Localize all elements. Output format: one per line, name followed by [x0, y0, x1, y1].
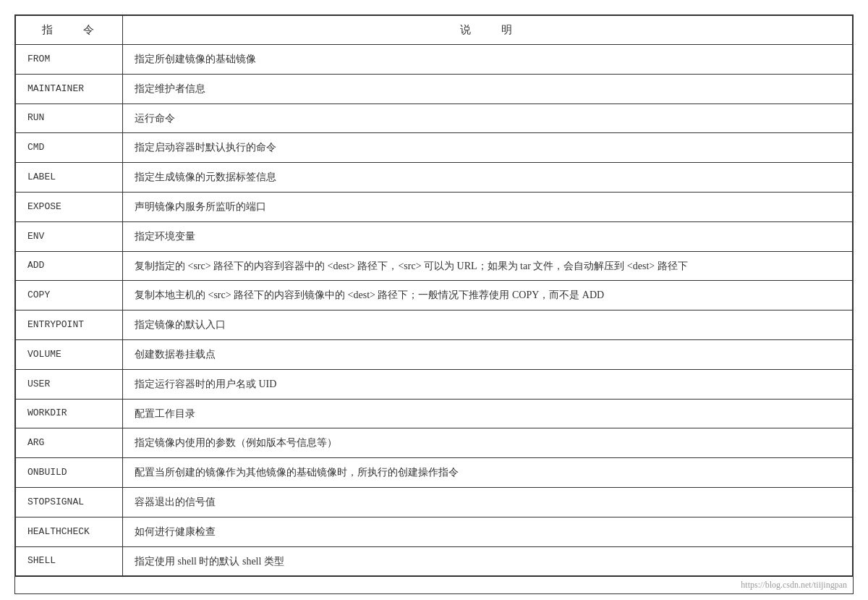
command-cell: STOPSIGNAL: [16, 487, 123, 517]
description-cell: 指定所创建镜像的基础镜像: [123, 45, 853, 75]
description-cell: 指定使用 shell 时的默认 shell 类型: [123, 546, 853, 576]
command-cell: ENV: [16, 221, 123, 251]
command-cell: USER: [16, 369, 123, 399]
col-header-command: 指 令: [16, 16, 123, 45]
command-cell: VOLUME: [16, 339, 123, 369]
command-cell: RUN: [16, 103, 123, 133]
command-cell: ONBUILD: [16, 458, 123, 488]
description-cell: 配置工作目录: [123, 399, 853, 428]
command-cell: ARG: [16, 428, 123, 458]
command-cell: ENTRYPOINT: [16, 310, 123, 340]
table-row: MAINTAINER指定维护者信息: [16, 74, 853, 103]
watermark: https://blog.csdn.net/tiijingpan: [15, 576, 853, 593]
description-cell: 复制指定的 <src> 路径下的内容到容器中的 <dest> 路径下，<src>…: [123, 251, 853, 281]
description-cell: 如何进行健康检查: [123, 517, 853, 546]
command-cell: FROM: [16, 45, 123, 75]
table-row: VOLUME创建数据卷挂载点: [16, 339, 853, 369]
table-row: WORKDIR配置工作目录: [16, 399, 853, 428]
description-cell: 配置当所创建的镜像作为其他镜像的基础镜像时，所执行的创建操作指令: [123, 458, 853, 488]
description-cell: 指定运行容器时的用户名或 UID: [123, 369, 853, 399]
description-cell: 容器退出的信号值: [123, 487, 853, 517]
description-cell: 指定镜像内使用的参数（例如版本号信息等）: [123, 428, 853, 458]
table-row: ARG指定镜像内使用的参数（例如版本号信息等）: [16, 428, 853, 458]
command-cell: HEALTHCHECK: [16, 517, 123, 546]
dockerfile-reference-table: 指 令 说 明 FROM指定所创建镜像的基础镜像MAINTAINER指定维护者信…: [14, 14, 854, 594]
table-row: ENV指定环境变量: [16, 221, 853, 251]
col-header-description: 说 明: [123, 16, 853, 45]
table-row: EXPOSE声明镜像内服务所监听的端口: [16, 192, 853, 221]
command-cell: CMD: [16, 133, 123, 163]
command-cell: MAINTAINER: [16, 74, 123, 103]
table-row: HEALTHCHECK如何进行健康检查: [16, 517, 853, 546]
table-row: ADD复制指定的 <src> 路径下的内容到容器中的 <dest> 路径下，<s…: [16, 251, 853, 281]
description-cell: 指定生成镜像的元数据标签信息: [123, 163, 853, 193]
description-cell: 复制本地主机的 <src> 路径下的内容到镜像中的 <dest> 路径下；一般情…: [123, 281, 853, 310]
command-cell: LABEL: [16, 163, 123, 193]
table-row: ENTRYPOINT指定镜像的默认入口: [16, 310, 853, 340]
description-cell: 指定环境变量: [123, 221, 853, 251]
table-row: RUN运行命令: [16, 103, 853, 133]
table-row: USER指定运行容器时的用户名或 UID: [16, 369, 853, 399]
table-row: SHELL指定使用 shell 时的默认 shell 类型: [16, 546, 853, 576]
table-row: STOPSIGNAL容器退出的信号值: [16, 487, 853, 517]
command-cell: COPY: [16, 281, 123, 310]
description-cell: 指定镜像的默认入口: [123, 310, 853, 340]
table-row: ONBUILD配置当所创建的镜像作为其他镜像的基础镜像时，所执行的创建操作指令: [16, 458, 853, 488]
command-cell: EXPOSE: [16, 192, 123, 221]
table-row: COPY复制本地主机的 <src> 路径下的内容到镜像中的 <dest> 路径下…: [16, 281, 853, 310]
command-cell: WORKDIR: [16, 399, 123, 428]
table-row: LABEL指定生成镜像的元数据标签信息: [16, 163, 853, 193]
description-cell: 声明镜像内服务所监听的端口: [123, 192, 853, 221]
table-row: CMD指定启动容器时默认执行的命令: [16, 133, 853, 163]
description-cell: 运行命令: [123, 103, 853, 133]
description-cell: 创建数据卷挂载点: [123, 339, 853, 369]
command-cell: SHELL: [16, 546, 123, 576]
description-cell: 指定维护者信息: [123, 74, 853, 103]
command-cell: ADD: [16, 251, 123, 281]
description-cell: 指定启动容器时默认执行的命令: [123, 133, 853, 163]
table-row: FROM指定所创建镜像的基础镜像: [16, 45, 853, 75]
